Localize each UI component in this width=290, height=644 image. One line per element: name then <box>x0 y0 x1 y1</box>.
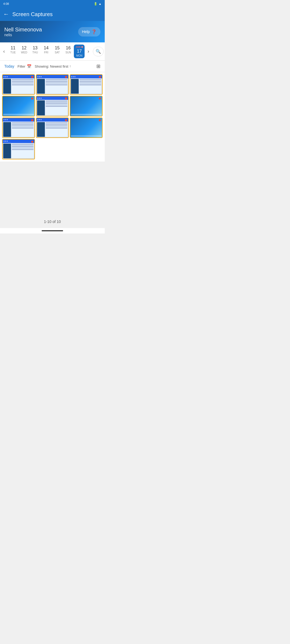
photo-item-1[interactable] <box>2 74 35 95</box>
calendar-days: 11 TUE 12 WED 13 THU 14 FRI 15 SAT 16 SU… <box>8 45 85 58</box>
thumbnail-6 <box>70 96 102 116</box>
calendar-day-17-active[interactable]: JUN 17 MON <box>74 45 85 58</box>
photo-item-6[interactable] <box>70 96 103 116</box>
selection-dot-8 <box>65 119 67 121</box>
thumbnail-7 <box>3 118 34 137</box>
calendar-day-12[interactable]: 12 WED <box>19 45 30 58</box>
page-count: 1-10 of 10 <box>0 215 105 228</box>
filter-button[interactable]: Filter 📅 <box>17 64 31 68</box>
help-button[interactable]: Help ❓ <box>78 27 100 36</box>
photo-grid <box>0 72 105 162</box>
calendar-day-13[interactable]: 13 THU <box>30 45 41 58</box>
thumbnail-10 <box>3 140 34 159</box>
battery-icon: 🔋 <box>94 2 97 6</box>
status-time: 4:08 <box>3 2 9 5</box>
user-name: Nell Simeonova <box>4 27 42 33</box>
thumbnail-4 <box>3 96 34 116</box>
photo-item-10[interactable] <box>2 139 35 159</box>
photo-item-2[interactable] <box>36 74 69 95</box>
today-button[interactable]: Today <box>4 64 14 68</box>
search-button[interactable]: 🔍 <box>93 47 104 56</box>
empty-area <box>0 162 105 215</box>
selection-dot-7 <box>31 119 33 121</box>
page-count-label: 1-10 of 10 <box>44 219 61 224</box>
calendar-strip: ‹ 11 TUE 12 WED 13 THU 14 FRI 15 SAT 16 … <box>0 42 105 61</box>
calendar-day-16[interactable]: 16 SUN <box>63 45 74 58</box>
signal-icon: ▲ <box>99 2 102 5</box>
selection-dot-10 <box>31 141 33 143</box>
thumbnail-9 <box>70 118 102 137</box>
bottom-bar <box>0 228 105 233</box>
selection-dot-9 <box>99 119 101 121</box>
user-header: Nell Simeonova nelis Help ❓ <box>0 21 105 42</box>
selection-dot-2 <box>65 76 67 78</box>
home-indicator[interactable] <box>42 230 63 231</box>
photo-item-8[interactable] <box>36 118 69 138</box>
filter-bar: Today Filter 📅 Showing: Newest first ↑ ⊞ <box>0 61 105 72</box>
filter-label: Filter <box>17 64 25 68</box>
photo-item-7[interactable] <box>2 118 35 138</box>
status-icons: 🔋 ▲ <box>94 2 102 6</box>
thumbnail-5 <box>37 96 68 116</box>
help-label: Help <box>82 30 90 34</box>
photo-item-9[interactable] <box>70 118 103 138</box>
photo-item-4[interactable] <box>2 96 35 116</box>
thumbnail-2 <box>37 75 68 94</box>
search-icon: 🔍 <box>96 49 101 54</box>
photo-item-3[interactable] <box>70 74 103 95</box>
sort-icon: ↑ <box>69 64 71 68</box>
time-display: 4:08 <box>3 2 9 5</box>
showing-info: Showing: Newest first ↑ <box>35 64 93 68</box>
calendar-day-14[interactable]: 14 FRI <box>41 45 52 58</box>
photo-item-5[interactable] <box>36 96 69 116</box>
user-info: Nell Simeonova nelis <box>4 27 42 37</box>
calendar-day-11[interactable]: 11 TUE <box>8 45 19 58</box>
app-bar: ← Screen Captures <box>0 8 105 21</box>
thumbnail-8 <box>37 118 68 137</box>
grid-toggle-button[interactable]: ⊞ <box>96 63 100 69</box>
calendar-next-button[interactable]: › <box>85 46 91 56</box>
user-handle: nelis <box>4 33 42 37</box>
help-icon: ❓ <box>91 29 97 34</box>
grid-icon: ⊞ <box>96 64 100 69</box>
showing-label: Showing: Newest first <box>35 64 68 68</box>
selection-dot-1 <box>31 76 33 78</box>
back-button[interactable]: ← <box>3 11 9 18</box>
page-title: Screen Captures <box>12 11 102 17</box>
calendar-day-15[interactable]: 15 SAT <box>52 45 63 58</box>
calendar-prev-button[interactable]: ‹ <box>1 46 7 56</box>
thumbnail-1 <box>3 75 34 94</box>
thumbnail-3 <box>70 75 102 94</box>
status-bar: 4:08 🔋 ▲ <box>0 0 105 8</box>
calendar-filter-icon: 📅 <box>27 64 31 68</box>
selection-dot-3 <box>99 76 101 78</box>
